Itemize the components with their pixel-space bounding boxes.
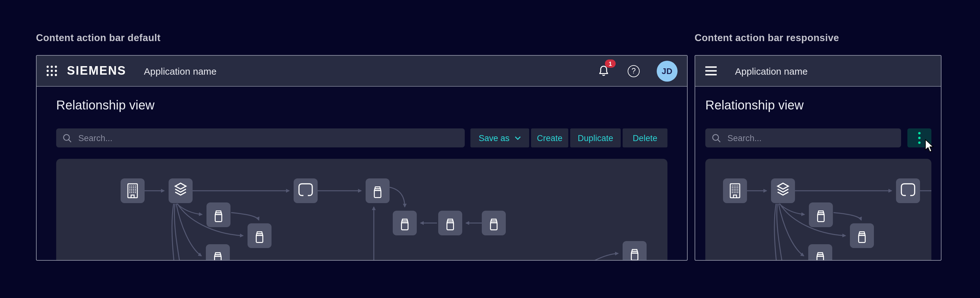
diagram-node-container[interactable] [850, 223, 874, 248]
section-label-responsive: Content action bar responsive [695, 32, 839, 44]
notifications-button[interactable]: 1 [597, 64, 611, 78]
diagram-node-container[interactable] [207, 202, 231, 227]
chevron-down-icon [515, 136, 521, 140]
content-action-bar-default-card: SIEMENS Application name 1 ? JD Relation… [36, 55, 688, 261]
relationship-diagram [56, 159, 667, 261]
application-name: Application name [735, 66, 808, 76]
content-action-bar: Save as Create Duplicate Delete [56, 128, 667, 147]
app-launcher-icon[interactable] [46, 65, 57, 77]
save-as-label: Save as [479, 133, 509, 143]
diagram-edge-B-E [779, 204, 805, 215]
diagram-node-app-frame[interactable] [896, 178, 920, 203]
page-title: Relationship view [705, 98, 803, 113]
section-label-default: Content action bar default [36, 32, 161, 44]
search-icon [712, 133, 721, 143]
diagram-edge-E-F [231, 213, 259, 220]
diagram-edge-B-offscreen-1 [174, 204, 181, 261]
duplicate-button[interactable]: Duplicate [570, 128, 621, 147]
search-icon [62, 133, 72, 143]
help-icon: ? [632, 66, 636, 75]
menu-icon[interactable] [705, 66, 718, 76]
avatar[interactable]: JD [657, 61, 678, 81]
cursor-icon [924, 139, 934, 153]
header-left-group: SIEMENS Application name [46, 64, 216, 78]
diagram-node-container[interactable] [206, 244, 230, 261]
content-action-bar [705, 128, 931, 147]
create-button[interactable]: Create [531, 128, 568, 147]
search-input[interactable] [726, 133, 895, 143]
relationship-diagram-canvas [56, 159, 667, 261]
diagram-node-container[interactable] [482, 211, 506, 236]
application-name: Application name [144, 66, 216, 76]
relationship-diagram [705, 159, 931, 261]
toolbar-spacer [901, 128, 907, 147]
diagram-edge-B-offscreen-1 [777, 204, 783, 261]
diagram-node-container[interactable] [393, 211, 417, 236]
kebab-icon [918, 131, 921, 144]
app-header-responsive: Application name [695, 56, 941, 87]
diagram-node-layers[interactable] [771, 178, 795, 203]
screenshot-stage: Content action bar default Content actio… [0, 0, 980, 298]
page: Content action bar default Content actio… [0, 0, 980, 298]
diagram-node-container[interactable] [809, 202, 833, 227]
action-button-group: Save as Create Duplicate Delete [471, 128, 667, 147]
siemens-logo: SIEMENS [67, 64, 126, 78]
diagram-node-container[interactable] [366, 178, 390, 203]
search-field[interactable] [56, 128, 465, 147]
header-left-group: Application name [705, 66, 808, 76]
diagram-edge-D-H [390, 187, 405, 207]
header-right-group: 1 ? JD [597, 61, 678, 81]
diagram-edge-E-F [834, 213, 861, 220]
diagram-node-building[interactable] [723, 178, 747, 203]
page-title: Relationship view [56, 98, 154, 113]
diagram-edge-B-E [177, 204, 202, 215]
diagram-node-layers[interactable] [169, 178, 192, 203]
diagram-node-app-frame[interactable] [294, 178, 318, 203]
relationship-diagram-canvas [705, 159, 931, 261]
help-button[interactable]: ? [628, 65, 640, 77]
diagram-node-container[interactable] [808, 244, 832, 261]
toolbar-spacer [465, 128, 471, 147]
search-field[interactable] [705, 128, 901, 147]
diagram-node-container[interactable] [248, 223, 272, 248]
diagram-edge-offscreen-bottom-K [584, 253, 618, 261]
delete-button[interactable]: Delete [623, 128, 667, 147]
content-action-bar-responsive-card: Application name Relationship view [695, 55, 942, 261]
notification-badge: 1 [605, 59, 616, 68]
save-as-button[interactable]: Save as [471, 128, 529, 147]
diagram-node-building[interactable] [121, 178, 145, 203]
app-header: SIEMENS Application name 1 ? JD [37, 56, 687, 87]
diagram-node-container[interactable] [438, 211, 462, 236]
diagram-node-container[interactable] [623, 241, 647, 261]
search-input[interactable] [77, 133, 458, 143]
